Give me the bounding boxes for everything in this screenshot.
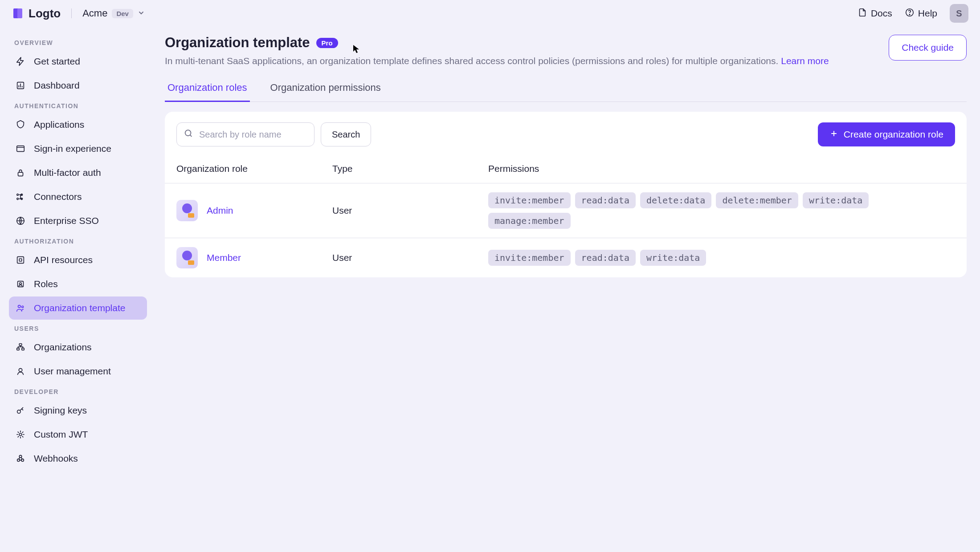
sidebar-item-organizations[interactable]: Organizations bbox=[9, 336, 147, 359]
sidebar-item-label: Enterprise SSO bbox=[34, 215, 99, 226]
role-type: User bbox=[321, 238, 477, 278]
sidebar-item-label: Organization template bbox=[34, 303, 125, 313]
get-started-icon bbox=[15, 56, 26, 67]
col-type: Type bbox=[321, 157, 477, 183]
sidebar-item-label: User management bbox=[34, 366, 111, 377]
permission-tag: delete:data bbox=[640, 192, 711, 208]
col-permissions: Permissions bbox=[477, 157, 967, 183]
search-wrap bbox=[176, 122, 314, 146]
webhooks-icon bbox=[15, 453, 26, 464]
svg-rect-6 bbox=[18, 172, 23, 176]
sidebar-item-applications[interactable]: Applications bbox=[9, 113, 147, 136]
sidebar-item-organization-template[interactable]: Organization template bbox=[9, 296, 147, 320]
logo[interactable]: Logto bbox=[12, 7, 61, 20]
user-management-icon bbox=[15, 366, 26, 377]
help-link[interactable]: Help bbox=[905, 8, 937, 20]
api-resources-icon bbox=[15, 255, 26, 265]
plus-icon bbox=[829, 129, 838, 140]
check-guide-button[interactable]: Check guide bbox=[889, 35, 967, 61]
create-role-button[interactable]: Create organization role bbox=[818, 122, 955, 146]
organizations-icon bbox=[15, 342, 26, 353]
svg-point-11 bbox=[18, 305, 21, 308]
sidebar-item-enterprise-sso[interactable]: Enterprise SSO bbox=[9, 209, 147, 232]
page-title: Organization template bbox=[165, 35, 310, 51]
page-header: Organization template Pro In multi-tenan… bbox=[165, 35, 967, 68]
organization-template-icon bbox=[15, 303, 26, 313]
docs-label: Docs bbox=[871, 8, 892, 19]
sidebar-item-webhooks[interactable]: Webhooks bbox=[9, 447, 147, 470]
svg-point-12 bbox=[22, 306, 24, 308]
custom-jwt-icon bbox=[15, 429, 26, 440]
help-label: Help bbox=[918, 8, 937, 19]
permissions-list: invite:memberread:datadelete:datadelete:… bbox=[488, 192, 955, 229]
dashboard-icon bbox=[15, 80, 26, 91]
search-button[interactable]: Search bbox=[321, 122, 371, 146]
sign-in-experience-icon bbox=[15, 143, 26, 154]
sidebar-item-user-management[interactable]: User management bbox=[9, 360, 147, 383]
help-icon bbox=[905, 8, 915, 20]
tenant-switcher[interactable]: Acme Dev bbox=[82, 8, 145, 19]
permission-tag: delete:member bbox=[716, 192, 798, 208]
nav-section-label: AUTHORIZATION bbox=[9, 233, 147, 248]
svg-point-3 bbox=[909, 14, 910, 14]
mfa-icon bbox=[15, 167, 26, 178]
sidebar-item-roles[interactable]: Roles bbox=[9, 272, 147, 296]
permission-tag: invite:member bbox=[488, 192, 571, 208]
roles-icon bbox=[15, 279, 26, 289]
sidebar-item-get-started[interactable]: Get started bbox=[9, 50, 147, 73]
brand-name: Logto bbox=[29, 7, 61, 20]
card-toolbar: Search Create organization role bbox=[165, 112, 967, 157]
sidebar-item-signing-keys[interactable]: Signing keys bbox=[9, 399, 147, 422]
sidebar-item-api-resources[interactable]: API resources bbox=[9, 248, 147, 272]
role-name[interactable]: Member bbox=[207, 252, 241, 263]
enterprise-sso-icon bbox=[15, 215, 26, 226]
svg-point-18 bbox=[19, 433, 22, 436]
sidebar-item-mfa[interactable]: Multi-factor auth bbox=[9, 161, 147, 184]
nav-section-label: OVERVIEW bbox=[9, 35, 147, 50]
search-icon bbox=[184, 129, 193, 141]
sidebar-item-sign-in-experience[interactable]: Sign-in experience bbox=[9, 137, 147, 160]
avatar[interactable]: S bbox=[950, 4, 968, 23]
document-icon bbox=[858, 8, 867, 20]
search-input[interactable] bbox=[176, 122, 314, 146]
sidebar: OVERVIEWGet startedDashboardAUTHENTICATI… bbox=[0, 27, 151, 552]
nav-section-label: AUTHENTICATION bbox=[9, 98, 147, 113]
sidebar-item-label: Applications bbox=[34, 119, 84, 130]
permission-tag: invite:member bbox=[488, 250, 571, 266]
role-avatar-icon bbox=[176, 200, 198, 221]
permission-tag: read:data bbox=[575, 250, 636, 266]
connectors-icon bbox=[15, 191, 26, 202]
logo-icon bbox=[12, 7, 24, 20]
tenant-env-badge: Dev bbox=[112, 9, 133, 18]
svg-rect-5 bbox=[17, 146, 24, 152]
sidebar-item-connectors[interactable]: Connectors bbox=[9, 185, 147, 208]
docs-link[interactable]: Docs bbox=[858, 8, 892, 20]
learn-more-link[interactable]: Learn more bbox=[781, 56, 829, 66]
svg-point-16 bbox=[19, 369, 22, 372]
permission-tag: write:data bbox=[640, 250, 706, 266]
create-role-label: Create organization role bbox=[844, 129, 943, 140]
sidebar-item-label: Get started bbox=[34, 56, 80, 67]
role-type: User bbox=[321, 183, 477, 238]
sidebar-item-dashboard[interactable]: Dashboard bbox=[9, 74, 147, 97]
col-role: Organization role bbox=[165, 157, 321, 183]
tab-organization-permissions[interactable]: Organization permissions bbox=[268, 77, 384, 102]
applications-icon bbox=[15, 119, 26, 130]
sidebar-item-label: Roles bbox=[34, 279, 58, 289]
sidebar-item-label: Custom JWT bbox=[34, 429, 88, 440]
permission-tag: manage:member bbox=[488, 213, 571, 229]
tenant-name: Acme bbox=[82, 8, 107, 19]
svg-rect-1 bbox=[17, 8, 22, 18]
roles-card: Search Create organization role Organiza… bbox=[165, 112, 967, 277]
nav-section-label: USERS bbox=[9, 321, 147, 336]
role-name[interactable]: Admin bbox=[207, 205, 233, 216]
sidebar-item-label: Webhooks bbox=[34, 453, 78, 464]
sidebar-item-label: Dashboard bbox=[34, 80, 80, 91]
sidebar-item-label: Connectors bbox=[34, 191, 82, 202]
tab-organization-roles[interactable]: Organization roles bbox=[165, 77, 250, 102]
permission-tag: write:data bbox=[803, 192, 869, 208]
sidebar-item-custom-jwt[interactable]: Custom JWT bbox=[9, 423, 147, 446]
table-row[interactable]: MemberUserinvite:memberread:datawrite:da… bbox=[165, 238, 967, 278]
table-row[interactable]: AdminUserinvite:memberread:datadelete:da… bbox=[165, 183, 967, 238]
signing-keys-icon bbox=[15, 405, 26, 416]
